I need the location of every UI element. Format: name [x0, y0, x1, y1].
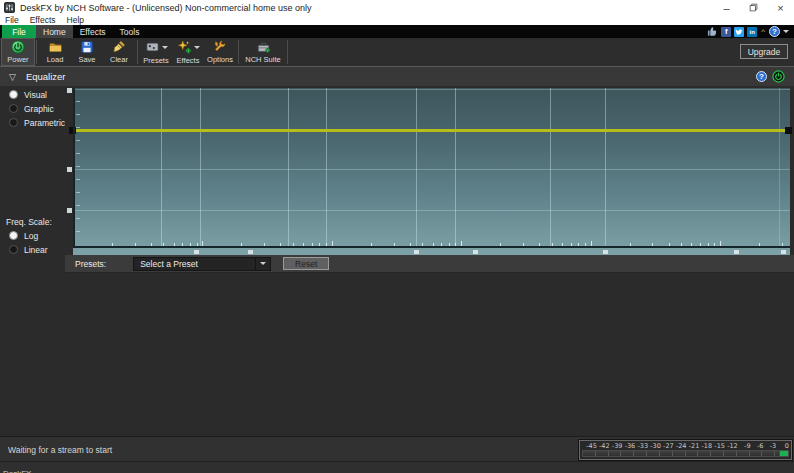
presets-icon	[145, 40, 160, 54]
taskbar-app-label[interactable]: DeskFX	[3, 469, 31, 473]
mode-option-graphic[interactable]: Graphic	[9, 103, 65, 114]
meter-db-label: -18	[699, 442, 712, 450]
twitter-bird	[735, 28, 743, 36]
power-button[interactable]: Power	[2, 39, 34, 65]
toolbar-separator	[36, 40, 37, 64]
tab-effects[interactable]: Effects	[73, 25, 113, 38]
options-icon	[213, 40, 227, 54]
panel-help-icon[interactable]: ?	[756, 71, 767, 82]
y-axis-tick	[76, 218, 80, 219]
options-button[interactable]: Options	[204, 39, 236, 65]
menu-effects[interactable]: Effects	[30, 15, 56, 25]
preset-select[interactable]: Select a Preset	[133, 257, 271, 271]
meter-segment	[762, 451, 775, 456]
meter-segment	[724, 451, 737, 456]
save-button[interactable]: Save	[71, 39, 103, 65]
freq-option-linear[interactable]: Linear	[9, 244, 65, 255]
x-axis-marker	[248, 250, 253, 254]
close-button[interactable]: ×	[767, 0, 794, 15]
mode-option-parametric[interactable]: Parametric	[9, 117, 65, 128]
gridline-vertical	[550, 88, 551, 246]
meter-db-label: -12	[725, 442, 738, 450]
minimize-button[interactable]: –	[713, 0, 740, 15]
load-button[interactable]: Load	[39, 39, 71, 65]
linkedin-icon[interactable]: in	[747, 27, 757, 37]
presets-bar: Presets: Select a Preset Reset	[65, 255, 794, 273]
reset-button[interactable]: Reset	[283, 257, 329, 270]
facebook-icon[interactable]: f	[721, 27, 731, 37]
meter-segment	[711, 451, 724, 456]
meter-segment	[686, 451, 699, 456]
equalizer-sidebar: Visual Graphic Parametric Freq. Scale: L…	[0, 86, 65, 273]
tab-home[interactable]: Home	[36, 25, 73, 38]
freq-option-log[interactable]: Log	[9, 230, 65, 241]
meter-db-label: -6	[751, 442, 764, 450]
effects-button[interactable]: Effects	[172, 39, 204, 65]
like-icon[interactable]	[707, 26, 718, 37]
curve-handle-right[interactable]	[785, 127, 792, 134]
power-icon	[11, 40, 25, 54]
y-axis-marker	[67, 167, 72, 172]
x-axis-marker	[473, 250, 478, 254]
meter-segment	[596, 451, 609, 456]
y-axis-marker	[67, 208, 72, 213]
title-bar: DeskFX by NCH Software - (Unlicensed) No…	[0, 0, 794, 15]
gridline-vertical	[161, 88, 162, 246]
twitter-icon[interactable]	[734, 27, 744, 37]
toolbar-separator	[137, 40, 138, 64]
meter-db-label: -45	[584, 442, 597, 450]
y-axis-tick	[76, 192, 80, 193]
meter-db-label: -3	[763, 442, 776, 450]
x-axis-marker	[414, 250, 419, 254]
y-axis-tick	[76, 205, 80, 206]
meter-db-label: -30	[648, 442, 661, 450]
meter-segment	[621, 451, 634, 456]
maximize-button[interactable]	[740, 0, 767, 15]
upgrade-button[interactable]: Upgrade	[740, 44, 788, 59]
equalizer-graph-area	[65, 86, 794, 255]
tab-tools[interactable]: Tools	[113, 25, 147, 38]
window-controls: – ×	[713, 0, 794, 15]
gridline-vertical	[779, 88, 780, 246]
toolbar: Power Load Save Clear	[0, 38, 794, 66]
gridline-vertical	[288, 88, 289, 246]
eq-plot[interactable]	[73, 88, 790, 255]
x-axis-marker	[194, 250, 199, 254]
help-icon[interactable]: ?	[769, 26, 780, 37]
presets-button[interactable]: Presets	[140, 39, 172, 65]
y-axis-tick	[76, 179, 80, 180]
preset-select-arrow	[255, 258, 270, 270]
clear-button[interactable]: Clear	[103, 39, 135, 65]
meter-db-label: -21	[687, 442, 700, 450]
y-axis-tick	[76, 101, 80, 102]
help-dropdown-icon[interactable]	[783, 30, 789, 33]
panel-power-icon[interactable]	[772, 70, 785, 83]
panel-collapse-icon[interactable]: ▽	[9, 72, 16, 82]
toolbar-separator	[287, 40, 288, 64]
window-title: DeskFX by NCH Software - (Unlicensed) No…	[20, 3, 312, 13]
meter-bar	[582, 450, 789, 457]
meter-db-label: -36	[622, 442, 635, 450]
y-axis-tick	[76, 153, 80, 154]
nch-suite-button[interactable]: NCH Suite	[241, 39, 285, 65]
menu-file[interactable]: File	[5, 15, 19, 25]
y-axis-tick	[76, 231, 80, 232]
menu-help[interactable]: Help	[67, 15, 84, 25]
presets-dropdown-icon	[162, 46, 168, 49]
radio-graphic	[9, 104, 18, 113]
ribbon-right-icons: f in ^ ?	[707, 25, 794, 38]
radio-visual	[9, 90, 18, 99]
gridline-horizontal	[73, 89, 790, 90]
eq-curve[interactable]	[73, 129, 790, 132]
toolbar-separator	[238, 40, 239, 64]
x-axis-marker	[734, 250, 739, 254]
mode-option-visual[interactable]: Visual	[9, 89, 65, 100]
y-axis	[73, 88, 75, 248]
collapse-ribbon-icon[interactable]: ^	[761, 28, 765, 36]
restore-icon	[749, 3, 758, 12]
meter-segment	[609, 451, 622, 456]
tab-file[interactable]: File	[2, 25, 36, 38]
freq-scale-label: Freq. Scale:	[6, 217, 65, 227]
app-icon	[4, 2, 15, 13]
taskbar: DeskFX	[0, 461, 794, 473]
